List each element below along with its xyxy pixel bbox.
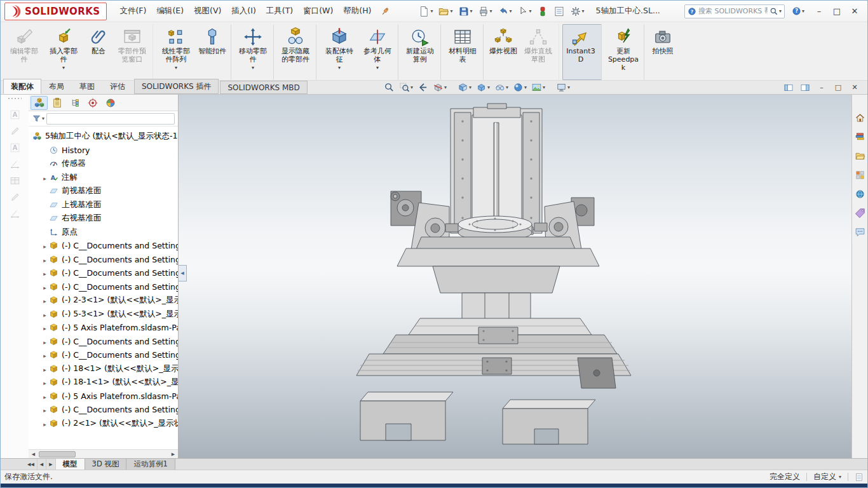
ribbon-button[interactable]: 移动零部件 ▾	[234, 24, 274, 80]
status-edit-icon[interactable]	[855, 473, 864, 482]
menu-item[interactable]: 文件(F)	[114, 3, 151, 19]
filter-funnel-icon[interactable]	[32, 114, 41, 123]
ribbon-button[interactable]: Instant3D	[562, 24, 602, 80]
view-tool-button[interactable]: ▾	[529, 81, 547, 93]
quick-access-button[interactable]	[551, 4, 567, 18]
pane-control-button[interactable]: ✕	[847, 81, 862, 93]
tree-item[interactable]: 传感器	[31, 157, 178, 171]
tree-item[interactable]: ▸ (-) C__Documents and Settings.	[31, 239, 178, 253]
expander-slot[interactable]: ▸	[41, 323, 49, 332]
command-tab[interactable]: 布局	[41, 79, 72, 94]
scroll-right-icon[interactable]: ▶	[168, 452, 178, 457]
quick-access-button[interactable]: ▾	[416, 4, 435, 18]
expander-icon[interactable]: ▸	[43, 407, 46, 414]
toolbar-grip[interactable]	[8, 97, 22, 101]
document-tab[interactable]: 模型	[56, 459, 85, 470]
expander-icon[interactable]: ▸	[43, 339, 46, 346]
tree-item[interactable]: ▸ (-) 18-1<1> (默认<<默认>_显示	[31, 376, 178, 390]
scrollbar-thumb[interactable]	[39, 451, 76, 458]
quick-access-button[interactable]: ▾	[456, 4, 475, 18]
expander-icon[interactable]: ▸	[43, 257, 46, 264]
panel-tab[interactable]	[48, 96, 65, 110]
command-tab[interactable]: 草图	[72, 79, 102, 94]
expander-icon[interactable]: ▸	[43, 175, 46, 182]
expander-slot[interactable]: ▸	[41, 364, 49, 374]
view-tool-button[interactable]: ▾	[456, 81, 473, 93]
ribbon-button[interactable]: 显示隐藏的零部件	[277, 24, 316, 80]
quick-access-button[interactable]: ▾	[475, 4, 495, 18]
tree-item[interactable]: ▸ (-) 2<1> (默认<<默认>_显示状...	[31, 417, 178, 431]
tree-item[interactable]: ▸ (-) 2-3<1> (默认<<默认>_显示状	[31, 294, 178, 308]
tree-item[interactable]: 上视基准面	[31, 198, 178, 212]
command-tab[interactable]: SOLIDWORKS MBD	[220, 81, 307, 94]
tree-root-assembly[interactable]: 5轴加工中心 (默认<默认_显示状态-1	[31, 130, 178, 144]
expander-icon[interactable]: ▸	[43, 394, 46, 400]
task-pane-button[interactable]	[853, 130, 866, 143]
expander-icon[interactable]: ▸	[43, 312, 46, 318]
task-pane-button[interactable]	[853, 168, 866, 181]
tree-item[interactable]: History	[31, 144, 178, 158]
search-input[interactable]	[696, 7, 770, 15]
tree-item[interactable]: ▸ (-) 5-3<1> (默认<<默认>_显示状	[31, 308, 178, 322]
help-button[interactable]: ▾	[790, 5, 806, 17]
window-control-button[interactable]: –	[810, 4, 828, 19]
expander-icon[interactable]: ▸	[43, 325, 46, 332]
pin-icon[interactable]	[380, 6, 390, 17]
expander-slot[interactable]: ▸	[41, 295, 49, 305]
tree-item[interactable]: ▸ (-) 18<1> (默认<<默认>_显示状	[31, 362, 178, 376]
expander-slot[interactable]: ▸	[41, 337, 49, 346]
panel-tab[interactable]	[66, 96, 83, 110]
command-tab[interactable]: SOLIDWORKS 插件	[134, 79, 219, 94]
view-tool-button[interactable]: ▾	[474, 81, 492, 93]
quick-access-button[interactable]: ▾	[435, 4, 455, 18]
expander-icon[interactable]: ▸	[43, 353, 46, 359]
tree-item[interactable]: ▸ (-) C__Documents and Settings.	[31, 403, 178, 417]
search-icon[interactable]	[770, 7, 778, 16]
tree-item[interactable]: 右视基准面	[31, 212, 178, 226]
task-pane-button[interactable]	[853, 207, 866, 219]
expander-slot[interactable]: ▸	[41, 282, 49, 292]
expander-icon[interactable]: ▸	[43, 285, 46, 291]
view-tool-button[interactable]: ▾	[511, 81, 529, 93]
panel-tab[interactable]	[84, 96, 101, 110]
ribbon-button[interactable]: 配合	[83, 24, 114, 80]
menu-item[interactable]: 插入(I)	[226, 3, 261, 19]
menu-item[interactable]: 视图(V)	[189, 3, 226, 19]
panel-tab[interactable]	[31, 96, 48, 110]
ribbon-button[interactable]: 编辑零部件	[4, 24, 44, 80]
tree-item[interactable]: ▸ (-) C__Documents and Settings.	[31, 280, 178, 294]
panel-collapse-arrow[interactable]: ◀	[179, 265, 187, 281]
tab-scroll-button[interactable]: ◀	[37, 459, 46, 470]
ribbon-button[interactable]: 参考几何体 ▾	[359, 24, 398, 80]
left-toolbar-button[interactable]	[6, 189, 23, 205]
ribbon-button[interactable]: 材料明细表	[444, 24, 484, 80]
ribbon-button[interactable]: 爆炸视图	[487, 24, 520, 80]
expander-slot[interactable]: ▸	[41, 173, 49, 182]
tree-item[interactable]: ▸ (-) C__Documents and Settings.	[31, 253, 178, 267]
view-tool-button[interactable]: ▾	[554, 81, 572, 93]
document-tab[interactable]: 3D 视图	[85, 459, 127, 470]
expander-slot[interactable]: ▸	[41, 350, 49, 360]
ribbon-button[interactable]: 爆炸直线草图	[520, 24, 559, 80]
document-tab[interactable]: 运动算例1	[126, 459, 175, 470]
quick-access-button[interactable]: ▾	[495, 4, 515, 18]
expander-slot[interactable]: ▸	[41, 419, 49, 428]
menu-item[interactable]: 编辑(E)	[151, 3, 189, 19]
expander-slot[interactable]: ▸	[41, 241, 49, 250]
scroll-left-icon[interactable]: ◀	[29, 452, 38, 457]
expander-slot[interactable]: ▸	[41, 377, 49, 387]
task-pane-button[interactable]	[853, 226, 866, 238]
search-dropdown-icon[interactable]: ▾	[779, 8, 782, 14]
ribbon-button[interactable]: 智能扣件	[196, 24, 231, 80]
tree-horizontal-scrollbar[interactable]: ◀ ▶	[29, 449, 178, 458]
expander-slot[interactable]: ▸	[41, 309, 49, 319]
view-tool-button[interactable]	[416, 81, 430, 93]
chevron-down-icon[interactable]: ▾	[42, 116, 44, 121]
menu-item[interactable]: 工具(T)	[261, 3, 298, 19]
view-tool-button[interactable]: ▾	[492, 81, 510, 93]
task-pane-button[interactable]	[853, 111, 866, 124]
ribbon-button[interactable]: 插入零部件 ▾	[44, 24, 83, 80]
pane-control-button[interactable]	[797, 81, 813, 93]
view-tool-button[interactable]	[382, 81, 397, 93]
tree-item[interactable]: 前视基准面	[31, 184, 178, 198]
